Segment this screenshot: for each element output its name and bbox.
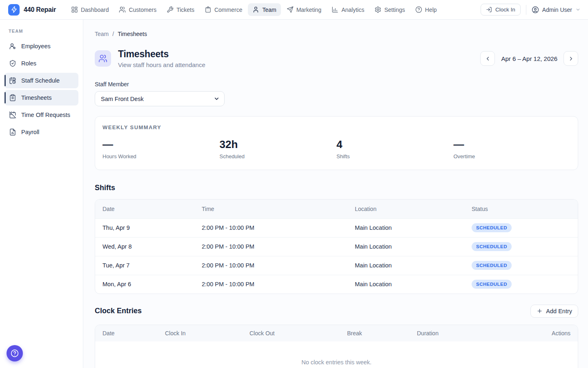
sidebar-item-roles[interactable]: Roles (4, 56, 78, 71)
stat-hours-worked: — Hours Worked (102, 139, 220, 159)
team-user-icon (252, 6, 259, 13)
nav-item-help[interactable]: Help (411, 3, 441, 16)
shift-row: Wed, Apr 8 2:00 PM - 10:00 PM Main Locat… (95, 237, 578, 256)
nav-label: Customers (129, 7, 156, 13)
next-week-button[interactable] (564, 51, 578, 66)
sidebar-item-label: Payroll (21, 129, 39, 135)
breadcrumb: Team / Timesheets (95, 31, 578, 37)
nav-item-settings[interactable]: Settings (370, 3, 410, 16)
log-in-icon (486, 7, 492, 13)
nav-label: Analytics (341, 7, 364, 13)
shift-location: Main Location (355, 243, 472, 250)
help-fab-button[interactable] (7, 345, 23, 361)
clock-in-label: Clock In (495, 7, 515, 13)
help-circle-icon (11, 349, 19, 357)
stat-overtime: — Overtime (454, 139, 571, 159)
add-entry-button[interactable]: Add Entry (530, 305, 578, 318)
primary-nav: Dashboard Customers Tickets Commerce Tea… (67, 3, 441, 16)
stat-label: Shifts (336, 153, 454, 159)
topbar-divider (526, 5, 526, 15)
weekly-summary-title: WEEKLY SUMMARY (102, 124, 570, 130)
sidebar-item-time-off-requests[interactable]: Time Off Requests (4, 107, 78, 123)
page-title: Timesheets (118, 49, 205, 60)
staff-member-select[interactable]: Sam Front Desk (95, 91, 225, 106)
shield-check-icon (9, 60, 16, 67)
weekly-summary-card: WEEKLY SUMMARY — Hours Worked 32h Schedu… (95, 116, 578, 170)
nav-item-dashboard[interactable]: Dashboard (67, 3, 114, 16)
main-content: Team / Timesheets Timesheets View staff … (83, 20, 588, 368)
status-badge: SCHEDULED (472, 223, 512, 232)
clock-entries-table: Date Clock In Clock Out Break Duration A… (95, 325, 578, 368)
nav-item-tickets[interactable]: Tickets (162, 3, 199, 16)
nav-item-team[interactable]: Team (248, 3, 281, 16)
shift-row: Mon, Apr 6 2:00 PM - 10:00 PM Main Locat… (95, 275, 578, 294)
customers-icon (119, 6, 126, 13)
breadcrumb-current: Timesheets (118, 31, 147, 37)
sidebar-item-timesheets[interactable]: Timesheets (4, 90, 78, 105)
nav-label: Commerce (214, 7, 242, 13)
shifts-table-header: Date Time Location Status (95, 200, 578, 218)
breadcrumb-parent[interactable]: Team (95, 31, 109, 37)
add-entry-label: Add Entry (546, 308, 572, 314)
shift-time: 2:00 PM - 10:00 PM (202, 262, 355, 269)
brand-logo[interactable]: 440 Repair (8, 4, 56, 16)
app-layout: TEAM Employees Roles Staff Schedule Time… (0, 20, 588, 368)
week-navigation: Apr 6 – Apr 12, 2026 (480, 51, 578, 66)
sidebar-section-label: TEAM (4, 25, 78, 38)
chevron-down-icon (575, 7, 581, 12)
column-header-status: Status (472, 206, 570, 212)
clipboard-icon (9, 94, 16, 101)
analytics-chart-icon (332, 6, 339, 13)
nav-item-analytics[interactable]: Analytics (327, 3, 369, 16)
sidebar-item-staff-schedule[interactable]: Staff Schedule (4, 73, 78, 88)
sidebar-item-label: Time Off Requests (21, 112, 70, 118)
shift-date: Wed, Apr 8 (102, 243, 202, 250)
clock-in-button[interactable]: Clock In (481, 4, 521, 16)
column-header-time: Time (202, 206, 355, 212)
column-header-date: Date (102, 330, 165, 337)
nav-item-commerce[interactable]: Commerce (200, 3, 247, 16)
shift-time: 2:00 PM - 10:00 PM (202, 224, 355, 231)
tickets-wrench-icon (167, 6, 174, 13)
stat-value: 4 (336, 139, 454, 150)
shift-time: 2:00 PM - 10:00 PM (202, 243, 355, 250)
column-header-duration: Duration (417, 330, 552, 337)
week-range-label: Apr 6 – Apr 12, 2026 (501, 55, 557, 62)
user-name-label: Admin User (542, 7, 572, 13)
nav-label: Team (262, 7, 276, 13)
shift-date: Mon, Apr 6 (102, 281, 202, 287)
user-menu[interactable]: Admin User (532, 6, 582, 13)
page-title-block: Timesheets View staff hours and attendan… (118, 49, 205, 68)
settings-gear-icon (374, 6, 381, 13)
nav-item-customers[interactable]: Customers (114, 3, 161, 16)
lightning-bolt-icon (8, 4, 20, 16)
clock-entries-heading: Clock Entries (95, 307, 142, 315)
page-header: Timesheets View staff hours and attendan… (95, 49, 578, 68)
nav-label: Tickets (176, 7, 194, 13)
stat-value: — (454, 139, 571, 150)
stat-label: Hours Worked (102, 153, 220, 159)
sidebar-item-payroll[interactable]: Payroll (4, 124, 78, 140)
calendar-off-icon (9, 111, 16, 119)
shift-row: Thu, Apr 9 2:00 PM - 10:00 PM Main Locat… (95, 218, 578, 237)
nav-item-marketing[interactable]: Marketing (282, 3, 326, 16)
sidebar-item-employees[interactable]: Employees (4, 38, 78, 54)
sidebar-item-label: Roles (21, 60, 36, 67)
shift-location: Main Location (355, 224, 472, 231)
people-icon (95, 50, 111, 67)
staff-member-label: Staff Member (95, 81, 578, 88)
shifts-table: Date Time Location Status Thu, Apr 9 2:0… (95, 199, 578, 294)
stat-label: Overtime (454, 153, 571, 159)
prev-week-button[interactable] (480, 51, 495, 66)
column-header-actions: Actions (552, 330, 570, 337)
stat-value: 32h (220, 139, 337, 150)
nav-label: Help (425, 7, 437, 13)
column-header-clock-in: Clock In (165, 330, 249, 337)
employees-icon (9, 43, 16, 50)
staff-member-select-wrap: Sam Front Desk (95, 91, 225, 106)
shift-date: Tue, Apr 7 (102, 262, 202, 269)
status-badge: SCHEDULED (472, 242, 512, 251)
topbar-right: Clock In Admin User (481, 4, 582, 16)
stat-value: — (102, 139, 220, 150)
marketing-send-icon (287, 6, 294, 13)
